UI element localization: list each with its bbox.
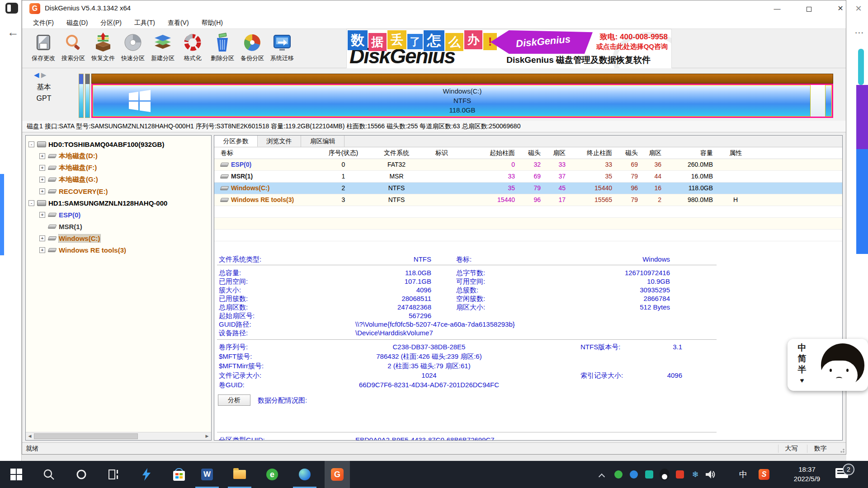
sogou-icon[interactable]: S <box>759 469 769 480</box>
menu-partition[interactable]: 分区(P) <box>94 17 128 28</box>
taskbar-app-word[interactable]: W <box>194 461 220 488</box>
delete-partition-button[interactable]: 删除分区 <box>208 30 237 68</box>
disk-rectangle: Windows(C:) NTFS 118.0GB <box>91 74 833 118</box>
partition-bar-msr[interactable] <box>85 74 90 118</box>
maximize-button[interactable] <box>798 0 819 17</box>
menu-tools[interactable]: 工具(T) <box>128 17 161 28</box>
expand-toggle-icon[interactable]: + <box>39 153 45 159</box>
tree-item-hd0[interactable]: - HD0:TOSHIBAMQ04ABF100(932GB) <box>26 138 211 150</box>
partition-bar-esp[interactable] <box>79 74 84 118</box>
quick-partition-button[interactable]: 快速分区 <box>118 30 148 68</box>
tab-partition-params[interactable]: 分区参数 <box>214 136 258 147</box>
expand-toggle-icon[interactable]: + <box>39 247 45 253</box>
word-icon: W <box>201 469 213 480</box>
floating-widget[interactable]: 中 简 半 ♥ <box>788 339 868 391</box>
scrollbar-thumb[interactable] <box>34 433 138 439</box>
scroll-right-icon[interactable]: ▶ <box>203 432 211 440</box>
tree-item-windows-c[interactable]: + Windows(C:) <box>26 232 211 244</box>
close-button[interactable]: ✕ <box>830 0 851 17</box>
tree-item-msr[interactable]: MSR(1) <box>26 221 211 232</box>
table-empty-row <box>214 230 842 241</box>
expand-toggle-icon[interactable]: + <box>39 212 45 218</box>
taskbar-app-edge[interactable] <box>292 461 317 488</box>
tree-item-hd1[interactable]: - HD1:SAMSUNGMZNLN128HAHQ-000 <box>26 197 211 209</box>
tree-item-recovery-e[interactable]: + RECOVERY(E:) <box>26 185 211 197</box>
taskbar-app-flash[interactable] <box>134 461 159 488</box>
table-row-msr[interactable]: MSR(1) 1 MSR 33 69 37 35 79 44 16.0MB <box>214 171 842 183</box>
system-migrate-button[interactable]: 系统迁移 <box>267 30 297 68</box>
scroll-left-icon[interactable]: ◀ <box>26 432 34 440</box>
tray-icon-3[interactable] <box>644 469 655 480</box>
screen: ← ✕ ⋯ G DiskGenius V5.4.3.1342 x64 — ✕ 文… <box>0 0 868 488</box>
taskbar-app-store[interactable] <box>166 461 192 488</box>
volume-details: 文件系统类型: NTFS 卷标: Windows 总容量:118.0GB总字节数… <box>214 255 842 440</box>
table-row-windows-c-selected[interactable]: Windows(C:) 2 NTFS 35 79 45 15440 96 16 … <box>214 183 842 194</box>
prev-disk-icon[interactable]: ◀ <box>34 71 39 79</box>
new-partition-button[interactable]: 新建分区 <box>148 30 178 68</box>
collapse-toggle-icon[interactable]: - <box>28 200 34 206</box>
banner-qq-link[interactable]: 或点击此处选择QQ咨询 <box>596 42 668 51</box>
menu-help[interactable]: 帮助(H) <box>195 17 229 28</box>
disk-info-line: 磁盘1 接口:SATA 型号:SAMSUNGMZNLN128HAHQ-000H1… <box>22 121 846 132</box>
menu-view[interactable]: 查看(V) <box>161 17 195 28</box>
tree-item-esp[interactable]: + ESP(0) <box>26 209 211 221</box>
tray-icon-4[interactable] <box>675 469 685 480</box>
background-window-icon[interactable] <box>5 3 18 14</box>
tray-qq-icon[interactable] <box>659 469 670 480</box>
recover-files-button[interactable]: 恢复文件 <box>88 30 118 68</box>
tab-sector-edit[interactable]: 扇区编辑 <box>301 136 344 147</box>
tree-horizontal-scrollbar[interactable]: ◀ ▶ <box>26 432 211 440</box>
collapse-toggle-icon[interactable]: - <box>28 141 34 147</box>
background-scrollbar-thumb[interactable] <box>858 49 864 85</box>
background-more-icon[interactable]: ⋯ <box>853 27 866 38</box>
taskbar-clock[interactable]: 18:37 2022/5/9 <box>784 465 830 483</box>
save-changes-button[interactable]: 保存更改 <box>28 30 58 68</box>
tray-icon-1[interactable] <box>613 469 624 480</box>
tree-item-local-f[interactable]: + 本地磁盘(F:) <box>26 162 211 174</box>
format-button[interactable]: 格式化 <box>178 30 208 68</box>
expand-toggle-icon[interactable]: + <box>39 177 45 183</box>
taskbar-cortana[interactable] <box>69 461 94 488</box>
taskbar-task-view[interactable] <box>101 461 127 488</box>
status-capslock: 大写 <box>778 445 804 453</box>
tray-snowflake-icon[interactable]: ❄ <box>690 469 701 480</box>
tray-icon-2[interactable] <box>628 469 639 480</box>
tray-expand-icon[interactable] <box>599 474 605 480</box>
taskbar-app-diskgenius-active[interactable]: G <box>325 461 350 488</box>
search-partition-button[interactable]: 搜索分区 <box>58 30 88 68</box>
diskgenius-icon: G <box>331 468 344 481</box>
volume-icon[interactable] <box>705 469 716 480</box>
tree-item-windows-re[interactable]: + Windows RE tools(3) <box>26 244 211 256</box>
expand-toggle-icon[interactable]: + <box>39 188 45 194</box>
taskbar-file-explorer[interactable] <box>227 461 252 488</box>
minimize-button[interactable]: — <box>767 0 788 17</box>
tree-item-label: 本地磁盘(F:) <box>59 164 97 172</box>
tree-item-local-g[interactable]: + 本地磁盘(G:) <box>26 174 211 185</box>
menu-disk[interactable]: 磁盘(D) <box>60 17 94 28</box>
disk-icon <box>37 141 46 147</box>
table-row-esp[interactable]: ESP(0) 0 FAT32 0 32 33 33 69 36 260.0MB <box>214 159 842 171</box>
expand-toggle-icon[interactable]: + <box>39 165 45 171</box>
tree-item-label: HD1:SAMSUNGMZNLN128HAHQ-000 <box>48 199 167 207</box>
expand-toggle-icon[interactable]: + <box>39 235 45 241</box>
taskbar-search[interactable] <box>36 461 61 488</box>
tab-browse-files[interactable]: 浏览文件 <box>258 136 301 147</box>
background-close-icon[interactable]: ✕ <box>852 4 865 14</box>
backup-partition-button[interactable]: 备份分区 <box>237 30 267 68</box>
next-disk-icon[interactable]: ▶ <box>41 71 47 79</box>
partition-bar-re-tools[interactable] <box>810 85 826 117</box>
backup-partition-icon <box>242 33 262 52</box>
ad-banner[interactable]: DiskGenius 数 据 丢 了 怎 么 办 ! DiskGenius 致电… <box>346 29 672 69</box>
resize-grip[interactable] <box>839 447 844 453</box>
ime-indicator[interactable]: 中 <box>738 469 749 480</box>
partition-bar-windows-c[interactable]: Windows(C:) NTFS 118.0GB <box>91 84 833 118</box>
tree-item-label: 本地磁盘(G:) <box>59 175 98 184</box>
start-button[interactable] <box>4 461 29 488</box>
table-row-windows-re[interactable]: Windows RE tools(3) 3 NTFS 15440 96 17 1… <box>214 194 842 206</box>
taskbar-app-browser360[interactable]: e <box>259 461 285 488</box>
status-ready: 就绪 <box>26 445 38 453</box>
menu-file[interactable]: 文件(F) <box>27 17 60 28</box>
tree-item-local-d[interactable]: + 本地磁盘(D:) <box>26 150 211 162</box>
analyze-button[interactable]: 分析 <box>218 394 250 406</box>
back-arrow-icon[interactable]: ← <box>7 25 19 39</box>
